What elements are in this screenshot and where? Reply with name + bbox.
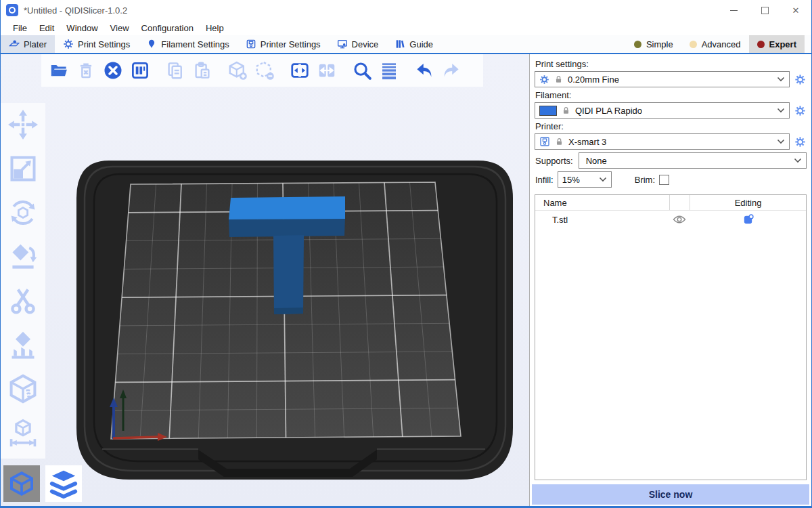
tab-device-label: Device bbox=[352, 39, 379, 49]
measure-button[interactable] bbox=[8, 418, 38, 450]
filament-combo[interactable]: QIDI PLA Rapido bbox=[535, 102, 790, 119]
search-button[interactable] bbox=[348, 57, 376, 84]
split-objects-icon bbox=[290, 60, 310, 81]
remove-instance-icon bbox=[254, 60, 275, 81]
tab-guide[interactable]: Guide bbox=[386, 35, 441, 53]
paste-button[interactable] bbox=[189, 57, 216, 84]
mode-advanced-label: Advanced bbox=[702, 39, 741, 49]
mode-simple[interactable]: Simple bbox=[626, 35, 681, 53]
undo-button[interactable] bbox=[411, 57, 438, 84]
redo-icon bbox=[441, 60, 461, 81]
layer-height-icon bbox=[379, 60, 399, 81]
printer-combo[interactable]: X-smart 3 bbox=[535, 133, 790, 150]
menu-window[interactable]: Window bbox=[60, 23, 104, 33]
menu-configuration[interactable]: Configuration bbox=[135, 23, 200, 33]
tab-filament-settings-label: Filament Settings bbox=[161, 39, 229, 49]
place-on-face-icon bbox=[8, 242, 38, 272]
add-instance-button[interactable] bbox=[224, 57, 251, 84]
object-list-header: Name Editing bbox=[535, 195, 806, 211]
print-settings-gear-button[interactable] bbox=[793, 72, 807, 86]
cut-scissors-icon bbox=[8, 286, 38, 316]
trash-icon bbox=[76, 60, 96, 81]
open-button[interactable] bbox=[45, 57, 72, 84]
column-header-editing: Editing bbox=[690, 195, 806, 210]
tab-guide-label: Guide bbox=[409, 39, 433, 49]
cut-button[interactable] bbox=[8, 286, 38, 318]
scale-icon bbox=[8, 154, 38, 184]
tab-print-settings[interactable]: Print Settings bbox=[55, 35, 138, 53]
settings-panel: Print settings: 0.20mm Fine bbox=[529, 54, 811, 506]
split-to-parts-button[interactable] bbox=[313, 57, 340, 84]
supports-label: Supports: bbox=[535, 156, 573, 166]
filament-gear-button[interactable] bbox=[793, 104, 807, 117]
supports-combo[interactable]: None bbox=[579, 152, 807, 169]
build-plate-scene bbox=[1, 54, 529, 506]
seam-painting-button[interactable] bbox=[8, 374, 38, 406]
delete-all-button[interactable] bbox=[99, 57, 127, 84]
rotate-button[interactable] bbox=[8, 198, 38, 230]
move-icon bbox=[8, 110, 38, 140]
advanced-mode-dot-icon bbox=[690, 41, 697, 48]
menu-file[interactable]: File bbox=[7, 23, 33, 33]
menu-edit[interactable]: Edit bbox=[33, 23, 60, 33]
close-button[interactable]: ✕ bbox=[780, 0, 811, 20]
infill-label: Infill: bbox=[535, 175, 554, 185]
device-icon bbox=[337, 39, 348, 49]
infill-combo[interactable]: 15% bbox=[558, 171, 612, 188]
object-row[interactable]: T.stl bbox=[535, 211, 806, 228]
arrange-button[interactable] bbox=[127, 57, 154, 84]
chevron-down-icon bbox=[777, 77, 785, 82]
preview-layers-button[interactable] bbox=[45, 465, 82, 502]
split-to-objects-button[interactable] bbox=[286, 57, 313, 84]
paint-support-icon bbox=[8, 330, 38, 360]
edit-object-icon[interactable] bbox=[742, 214, 754, 226]
printer-gear-button[interactable] bbox=[793, 135, 807, 148]
redo-button[interactable] bbox=[438, 57, 465, 84]
slice-now-button[interactable]: Slice now bbox=[532, 484, 809, 505]
window-title: *Untitled - QIDISlicer-1.0.2 bbox=[24, 5, 127, 16]
menu-view[interactable]: View bbox=[104, 23, 135, 33]
paint-support-button[interactable] bbox=[8, 330, 38, 362]
3d-editor-view-button[interactable] bbox=[3, 465, 40, 502]
tab-plater-label: Plater bbox=[24, 39, 47, 49]
close-icon: ✕ bbox=[792, 5, 800, 16]
mode-expert[interactable]: Expert bbox=[749, 35, 805, 53]
move-button[interactable] bbox=[8, 110, 38, 142]
gear-icon bbox=[794, 74, 806, 85]
tab-plater[interactable]: Plater bbox=[1, 35, 55, 53]
minimize-button[interactable] bbox=[718, 0, 749, 20]
infill-value: 15% bbox=[562, 175, 594, 185]
supports-value: None bbox=[583, 156, 789, 166]
delete-button[interactable] bbox=[72, 57, 99, 84]
view-toolbar bbox=[3, 465, 82, 502]
printer-icon bbox=[246, 39, 256, 49]
remove-instance-button[interactable] bbox=[251, 57, 278, 84]
tab-printer-settings-label: Printer Settings bbox=[261, 39, 321, 49]
filament-value: QIDI PLA Rapido bbox=[575, 106, 772, 116]
split-parts-icon bbox=[317, 60, 337, 81]
place-on-face-button[interactable] bbox=[8, 242, 38, 274]
menu-help[interactable]: Help bbox=[200, 23, 230, 33]
tab-printer-settings[interactable]: Printer Settings bbox=[238, 35, 329, 53]
gear-icon bbox=[539, 75, 549, 85]
variable-layer-height-button[interactable] bbox=[376, 57, 403, 84]
expert-mode-dot-icon bbox=[757, 41, 765, 48]
maximize-button[interactable] bbox=[749, 0, 780, 20]
tab-device[interactable]: Device bbox=[329, 35, 387, 53]
3d-viewport[interactable] bbox=[1, 54, 529, 506]
brim-checkbox[interactable] bbox=[659, 175, 669, 185]
print-settings-value: 0.20mm Fine bbox=[568, 75, 772, 85]
mode-advanced[interactable]: Advanced bbox=[681, 35, 749, 53]
copy-button[interactable] bbox=[162, 57, 189, 84]
scale-button[interactable] bbox=[8, 154, 38, 186]
eye-icon[interactable] bbox=[673, 215, 686, 224]
print-settings-combo[interactable]: 0.20mm Fine bbox=[535, 71, 790, 87]
tab-filament-settings[interactable]: Filament Settings bbox=[138, 35, 237, 53]
lock-icon bbox=[554, 75, 563, 84]
seam-painting-icon bbox=[8, 374, 38, 404]
chevron-down-icon bbox=[794, 158, 802, 163]
object-name: T.stl bbox=[535, 215, 669, 225]
search-icon bbox=[352, 60, 372, 81]
minimize-icon bbox=[730, 10, 738, 11]
gear-icon bbox=[794, 105, 806, 117]
